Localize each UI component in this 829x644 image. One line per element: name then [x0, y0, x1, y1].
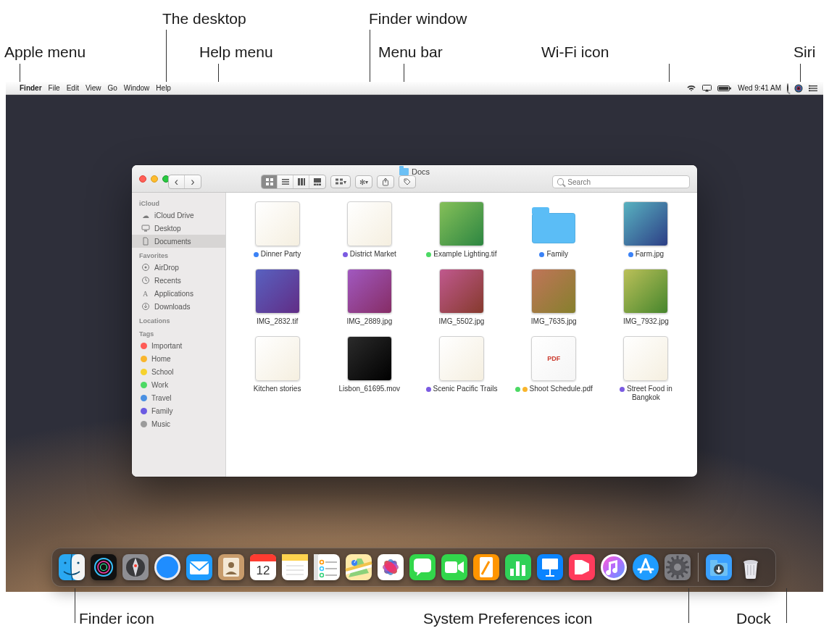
finder-sidebar[interactable]: iCloud ☁︎iCloud Drive Desktop Documents … — [132, 193, 226, 477]
svg-rect-87 — [445, 561, 457, 573]
callout-the-desktop: The desktop — [162, 10, 246, 28]
sidebar-header-tags: Tags — [132, 326, 225, 339]
dock-app-safari[interactable] — [153, 553, 182, 582]
file-item[interactable]: IMG_7635.jpg — [512, 269, 596, 326]
menu-file[interactable]: File — [49, 84, 60, 92]
view-list-button[interactable] — [278, 175, 293, 188]
dock-trash[interactable] — [736, 553, 765, 582]
siri-menu-icon[interactable] — [794, 84, 803, 93]
file-item[interactable]: Family — [512, 201, 596, 259]
sidebar-tag-important[interactable]: Important — [132, 339, 225, 352]
forward-button[interactable]: › — [185, 175, 201, 188]
menu-help[interactable]: Help — [156, 84, 171, 92]
dock-app-launchpad[interactable] — [121, 553, 150, 582]
file-item[interactable]: Scenic Pacific Trails — [419, 336, 504, 402]
share-button[interactable] — [377, 175, 394, 188]
finder-window[interactable]: Docs ‹ › ▾ ✻ ▾ — [132, 165, 697, 477]
svg-rect-125 — [750, 565, 751, 575]
tags-button[interactable] — [399, 175, 416, 188]
dock-app-maps[interactable] — [344, 553, 373, 582]
menu-window[interactable]: Window — [124, 84, 150, 92]
sidebar-item-desktop[interactable]: Desktop — [132, 222, 225, 235]
svg-rect-25 — [317, 184, 319, 186]
action-button[interactable]: ✻ ▾ — [355, 175, 372, 188]
view-gallery-button[interactable] — [309, 175, 325, 188]
sidebar-tag-family[interactable]: Family — [132, 404, 225, 417]
dock-app-notes[interactable] — [280, 553, 309, 582]
file-item[interactable]: IMG_2889.jpg — [327, 269, 412, 326]
dock-app-news[interactable] — [567, 553, 596, 582]
file-item[interactable]: PDFShoot Schedule.pdf — [512, 336, 596, 402]
sidebar-item-icloud-drive[interactable]: ☁︎iCloud Drive — [132, 209, 225, 222]
file-item[interactable]: IMG_2832.tif — [235, 269, 320, 326]
dock[interactable]: 12 — [51, 548, 776, 587]
wifi-icon[interactable] — [686, 85, 696, 92]
close-button[interactable] — [139, 175, 146, 183]
sidebar-item-documents[interactable]: Documents — [132, 235, 225, 248]
menu-clock[interactable]: Wed 9:41 AM — [738, 84, 781, 92]
dock-app-mail[interactable] — [185, 553, 214, 582]
sidebar-tag-school[interactable]: School — [132, 365, 225, 378]
dock-app-reminders[interactable] — [312, 553, 341, 582]
dock-app-messages[interactable] — [408, 553, 437, 582]
finder-titlebar[interactable]: Docs ‹ › ▾ ✻ ▾ — [132, 165, 697, 193]
callout-help-menu: Help menu — [199, 43, 273, 61]
dock-app-contacts[interactable] — [217, 553, 246, 582]
search-input[interactable] — [567, 178, 685, 186]
file-item[interactable]: Kitchen stories — [235, 336, 320, 402]
dock-downloads[interactable] — [704, 553, 733, 582]
dock-app-keynote[interactable] — [536, 553, 565, 582]
airplay-icon[interactable] — [702, 85, 712, 92]
minimize-button[interactable] — [151, 175, 158, 183]
dock-app-siri[interactable] — [89, 553, 118, 582]
sidebar-item-recents[interactable]: Recents — [132, 274, 225, 287]
sidebar-item-downloads[interactable]: Downloads — [132, 300, 225, 313]
file-item[interactable]: Dinner Party — [235, 201, 320, 259]
dock-app-facetime[interactable] — [440, 553, 469, 582]
dock-app-numbers[interactable] — [504, 553, 533, 582]
dock-app-appstore[interactable] — [631, 553, 660, 582]
file-item[interactable]: Lisbon_61695.mov — [327, 336, 412, 402]
svg-rect-96 — [549, 569, 551, 575]
view-icons-button[interactable] — [262, 175, 278, 188]
view-columns-button[interactable] — [293, 175, 309, 188]
dock-app-photos[interactable] — [376, 553, 405, 582]
dock-app-sysprefs[interactable] — [663, 553, 692, 582]
back-button[interactable]: ‹ — [169, 175, 185, 188]
notification-center-icon[interactable] — [809, 85, 817, 92]
cloud-icon: ☁︎ — [141, 211, 150, 220]
dock-app-finder[interactable] — [57, 553, 86, 582]
svg-rect-97 — [546, 575, 554, 577]
file-item[interactable]: District Market — [327, 201, 412, 259]
sidebar-tag-home[interactable]: Home — [132, 352, 225, 365]
view-switcher — [261, 175, 326, 189]
search-field[interactable] — [552, 175, 690, 188]
svg-rect-19 — [282, 183, 289, 185]
file-item[interactable]: IMG_5502.jpg — [419, 269, 504, 326]
spotlight-icon[interactable] — [787, 84, 788, 92]
dock-app-calendar[interactable]: 12 — [249, 553, 278, 582]
svg-rect-23 — [314, 178, 321, 183]
battery-icon[interactable] — [717, 85, 732, 92]
menu-edit[interactable]: Edit — [67, 84, 79, 92]
finder-content[interactable]: Dinner PartyDistrict MarketExample Light… — [226, 193, 697, 477]
group-by-button[interactable]: ▾ — [330, 175, 351, 188]
sidebar-item-applications[interactable]: AApplications — [132, 287, 225, 300]
menu-view[interactable]: View — [86, 84, 101, 92]
file-label: Shoot Schedule.pdf — [515, 385, 593, 393]
file-item[interactable]: Farm.jpg — [604, 201, 688, 259]
file-item[interactable]: Street Food in Bangkok — [604, 336, 688, 402]
sidebar-tag-music[interactable]: Music — [132, 417, 225, 430]
sidebar-tag-work[interactable]: Work — [132, 378, 225, 391]
menu-bar[interactable]: Finder File Edit View Go Window Help Wed… — [6, 82, 823, 95]
file-item[interactable]: Example Lighting.tif — [419, 201, 504, 259]
sidebar-item-airdrop[interactable]: AirDrop — [132, 261, 225, 274]
sidebar-tag-travel[interactable]: Travel — [132, 391, 225, 404]
menu-go[interactable]: Go — [107, 84, 117, 92]
dock-app-pages[interactable] — [472, 553, 501, 582]
menu-app-name[interactable]: Finder — [20, 84, 42, 92]
svg-point-118 — [674, 564, 681, 571]
dock-app-itunes[interactable] — [599, 553, 628, 582]
macos-desktop[interactable]: Finder File Edit View Go Window Help Wed… — [6, 82, 823, 592]
file-item[interactable]: IMG_7932.jpg — [604, 269, 688, 326]
